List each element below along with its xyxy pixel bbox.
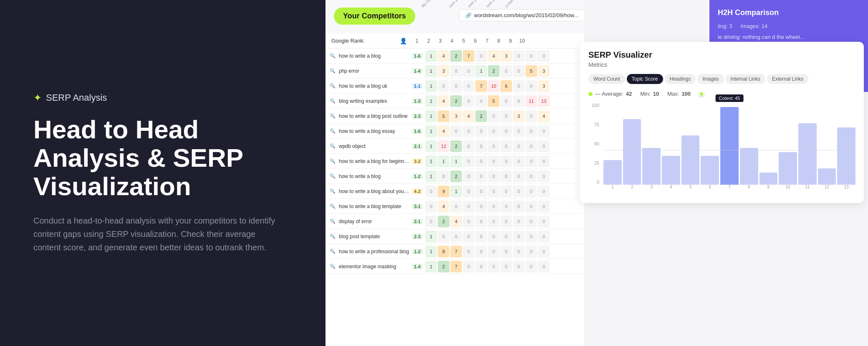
cell-2: 1: [450, 186, 462, 197]
y-label: 50: [594, 141, 599, 146]
y-label: 0: [597, 180, 599, 185]
cell-9: 13: [538, 95, 550, 107]
serp-tab[interactable]: Images: [697, 74, 724, 84]
serp-section: SERP Visualizer Metrics Word CountTopic …: [580, 42, 864, 203]
cell-3: 0: [463, 216, 474, 227]
cell-8: 0: [525, 110, 537, 122]
cell-2: 3: [450, 110, 462, 122]
cell-6: 0: [500, 140, 512, 152]
serp-tab[interactable]: Internal Links: [726, 74, 765, 84]
cell-2: 4: [450, 216, 462, 227]
rank-badge: 3-2: [412, 158, 423, 164]
row-keyword-icon: 🔍: [330, 249, 337, 254]
bar-chart: 1007550250 Cotent: 45: [588, 103, 855, 195]
cell-9: 3: [538, 80, 550, 92]
x-label: 9: [760, 185, 778, 195]
cell-3: 0: [463, 125, 474, 137]
bar: Cotent: 45: [720, 107, 739, 185]
x-label: 7: [720, 185, 739, 195]
row-keyword-text: blog writing examples: [339, 98, 410, 104]
cell-9: 0: [538, 201, 550, 212]
rank-badge: 1-2: [412, 249, 423, 254]
row-rank: 1-6: [410, 128, 425, 134]
cell-8: 0: [525, 140, 537, 152]
cell-9: 0: [538, 170, 550, 182]
bar-col: [662, 103, 680, 185]
cell-4: 0: [475, 95, 487, 107]
cell-3: 0: [463, 80, 474, 92]
cell-5: 0: [488, 201, 500, 212]
cell-1: 9: [438, 186, 449, 197]
cell-1: 4: [438, 125, 449, 137]
cell-5: 0: [488, 216, 500, 227]
rank-badge: 2-1: [412, 219, 423, 224]
cell-2: 7: [450, 261, 462, 272]
cell-1: 4: [438, 50, 449, 62]
stat-max: Max: 100: [667, 91, 691, 97]
cell-3: 0: [463, 186, 474, 197]
table-row: 🔍 blog writing examples 1-3 1 4 2 0 0 5 …: [326, 94, 584, 109]
cell-9: 3: [538, 65, 550, 77]
right-panel: H2H Comparison ling: 3 Images: 14 le dri…: [326, 0, 868, 346]
table-body: 🔍 how to write a blog 1-6 1 4 2 7 0 4 3 …: [326, 48, 584, 346]
table-row: 🔍 display of error 2-1 0 2 4 0 0 0 0 0 0…: [326, 214, 584, 229]
rank-badge: 2-1: [412, 143, 423, 149]
rank-badge: 3-1: [412, 204, 423, 209]
rank-badge: 1-6: [412, 53, 423, 59]
y-axis: 1007550250: [588, 103, 601, 185]
cell-5: 0: [488, 246, 500, 257]
bar-col: [779, 103, 797, 185]
cell-3: 7: [463, 50, 474, 62]
serp-tab[interactable]: Topic Score: [627, 74, 663, 84]
badge: ✦ SERP Analysis: [33, 92, 292, 104]
rank-num-9: 9: [505, 38, 516, 44]
rank-num-8: 8: [493, 38, 505, 44]
min-label: Min:: [640, 91, 651, 97]
cell-0: 0: [425, 186, 437, 197]
bar: [603, 160, 622, 185]
cell-1: 2: [438, 216, 449, 227]
cell-3: 0: [463, 261, 474, 272]
cell-4: 0: [475, 231, 487, 242]
x-label: 4: [662, 185, 680, 195]
bar-col: Cotent: 45: [720, 103, 739, 185]
cell-2: 0: [450, 231, 462, 242]
cell-1: 8: [438, 246, 449, 257]
bar-col: [798, 103, 817, 185]
bar-col: [818, 103, 836, 185]
cell-8: 0: [525, 201, 537, 212]
rank-numbers: 1 2 3 4 5 6 7 8 9 10: [411, 38, 528, 44]
cell-9: 0: [538, 125, 550, 137]
row-keyword-icon: 🔍: [330, 188, 337, 194]
cell-2: 1: [450, 155, 462, 167]
bar: [818, 168, 836, 185]
x-label: 1: [603, 185, 622, 195]
serp-tab[interactable]: External Links: [767, 74, 808, 84]
row-keyword-icon: 🔍: [330, 98, 337, 104]
cell-3: 4: [463, 110, 474, 122]
row-keyword-icon: 🔍: [330, 264, 337, 269]
cell-1: 12: [438, 140, 449, 152]
x-label: 10: [779, 185, 797, 195]
row-keyword-text: elementor image masking: [339, 264, 410, 270]
cell-6: 0: [500, 125, 512, 137]
average-line: [603, 150, 855, 150]
cell-6: 0: [500, 231, 512, 242]
table-section: My Content com 1 com 2 com 3 y.com blog …: [326, 0, 584, 346]
serp-tab[interactable]: Word Count: [588, 74, 625, 84]
row-keyword-icon: 🔍: [330, 234, 337, 239]
cell-0: 1: [425, 65, 437, 77]
bar: [760, 173, 778, 185]
row-keyword-text: how to write a blog about yourself: [339, 188, 410, 194]
row-rank: 2-1: [410, 219, 425, 224]
cell-8: 0: [525, 261, 537, 272]
cell-5: 0: [488, 261, 500, 272]
cell-5: 2: [488, 65, 500, 77]
cell-4: 0: [475, 186, 487, 197]
cell-1: 4: [438, 95, 449, 107]
cell-7: 0: [513, 80, 525, 92]
serp-tab[interactable]: Headings: [665, 74, 696, 84]
bar-col: [603, 103, 622, 185]
diagonal-labels: My Content com 1 com 2 com 3 y.com blog: [421, 4, 525, 8]
cell-6: 6: [500, 80, 512, 92]
